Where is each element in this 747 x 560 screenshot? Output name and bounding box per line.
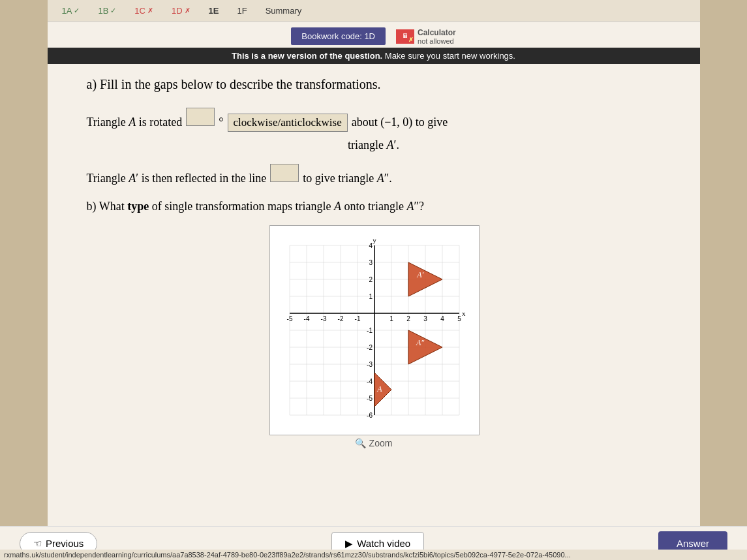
- tab-1f[interactable]: 1F: [230, 4, 253, 18]
- play-icon: ▶: [345, 538, 353, 550]
- tab-1f-label: 1F: [237, 6, 247, 16]
- tab-1d-label: 1D: [172, 6, 183, 16]
- sentence1-pre: Triangle A is rotated: [87, 116, 183, 129]
- part-a-label: a): [87, 77, 97, 91]
- graph-wrapper: [269, 225, 478, 434]
- watch-label: Watch video: [357, 538, 410, 549]
- calculator-sublabel: not allowed: [418, 37, 456, 45]
- notice-prefix: This is a new version of the question.: [232, 51, 382, 61]
- tab-1e-label: 1E: [209, 6, 219, 16]
- tab-1c[interactable]: 1C ✗: [128, 4, 160, 18]
- part-b: b) What type of single transformation ma…: [87, 200, 661, 213]
- part-b-bold: type: [127, 200, 149, 213]
- sentence1-about: about (−1, 0) to give: [352, 116, 448, 129]
- calculator-icon: 🖩 ✗: [396, 29, 414, 44]
- tab-1b-label: 1B: [98, 6, 108, 16]
- url-bar: rxmaths.uk/student/independentlearning/c…: [0, 550, 747, 560]
- bookwork-button[interactable]: Bookwork code: 1D: [291, 27, 386, 45]
- tab-1a-label: 1A: [62, 6, 72, 16]
- coordinate-graph[interactable]: [269, 225, 480, 435]
- degree-symbol: °: [219, 116, 223, 129]
- part-b-label: b): [87, 200, 97, 213]
- tab-summary-label: Summary: [266, 6, 302, 16]
- url-text: rxmaths.uk/student/independentlearning/c…: [4, 551, 571, 559]
- graph-container: 🔍 Zoom: [87, 225, 661, 448]
- calculator-box: 🖩 ✗ Calculator not allowed: [396, 28, 456, 45]
- prev-hand-icon: ☜: [33, 538, 42, 550]
- tab-1c-x: ✗: [147, 7, 153, 15]
- tab-summary[interactable]: Summary: [259, 4, 309, 18]
- sentence2-pre: Triangle A′ is then reflected in the lin…: [87, 172, 267, 185]
- tab-1b[interactable]: 1B ✓: [91, 4, 123, 18]
- rotation-degree-input[interactable]: [186, 108, 215, 126]
- notice-bar: This is a new version of the question. M…: [48, 48, 700, 64]
- clockwise-dropdown[interactable]: clockwise/anticlockwise: [228, 114, 348, 132]
- tab-1d[interactable]: 1D ✗: [165, 4, 197, 18]
- notice-suffix: Make sure you start new workings.: [385, 51, 515, 61]
- question-area: a) Fill in the gaps below to describe th…: [48, 64, 700, 461]
- tab-1c-label: 1C: [134, 6, 145, 16]
- sentence2-post: to give triangle A″.: [303, 172, 391, 185]
- part-a-title: a) Fill in the gaps below to describe th…: [87, 77, 661, 92]
- main-container: 1A ✓ 1B ✓ 1C ✗ 1D ✗ 1E 1F Summary Bookwo…: [48, 0, 700, 535]
- zoom-text: Zoom: [369, 438, 393, 448]
- prev-label: Previous: [46, 538, 84, 549]
- tab-bar: 1A ✓ 1B ✓ 1C ✗ 1D ✗ 1E 1F Summary: [48, 0, 700, 22]
- toolbar: Bookwork code: 1D 🖩 ✗ Calculator not all…: [48, 22, 700, 48]
- tab-1d-x: ✗: [185, 7, 191, 15]
- reflection-line-input[interactable]: [270, 164, 299, 182]
- sentence1: Triangle A is rotated ° clockwise/anticl…: [87, 108, 661, 132]
- calculator-status: Calculator not allowed: [418, 28, 456, 45]
- tab-1b-check: ✓: [110, 7, 116, 15]
- tab-1e[interactable]: 1E: [202, 4, 226, 18]
- calculator-label: Calculator: [418, 28, 456, 37]
- sentence2: Triangle A′ is then reflected in the lin…: [87, 164, 661, 185]
- zoom-icon: 🔍: [355, 438, 366, 448]
- tab-1a[interactable]: 1A ✓: [55, 4, 87, 18]
- zoom-label[interactable]: 🔍 Zoom: [355, 438, 393, 448]
- sentence1-cont: triangle A′.: [87, 138, 661, 152]
- tab-1a-check: ✓: [74, 7, 80, 15]
- part-a-text: Fill in the gaps below to describe the t…: [100, 77, 380, 91]
